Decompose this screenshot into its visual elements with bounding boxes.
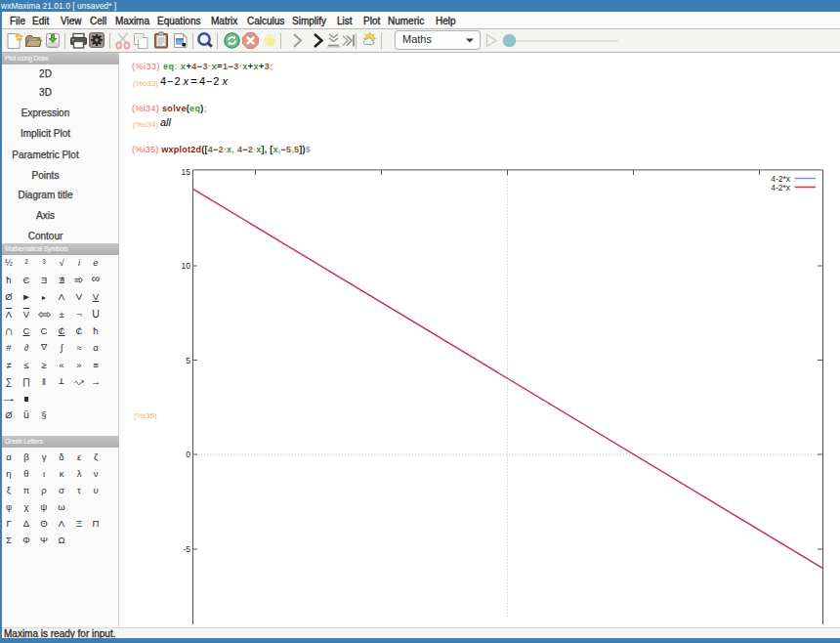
svg-text:4-2*x: 4-2*x — [771, 183, 791, 193]
svg-text:10: 10 — [182, 261, 191, 271]
svg-text:5: 5 — [186, 356, 190, 365]
svg-text:-5: -5 — [183, 544, 190, 554]
svg-text:0: 0 — [186, 450, 190, 459]
svg-text:15: 15 — [182, 167, 191, 177]
